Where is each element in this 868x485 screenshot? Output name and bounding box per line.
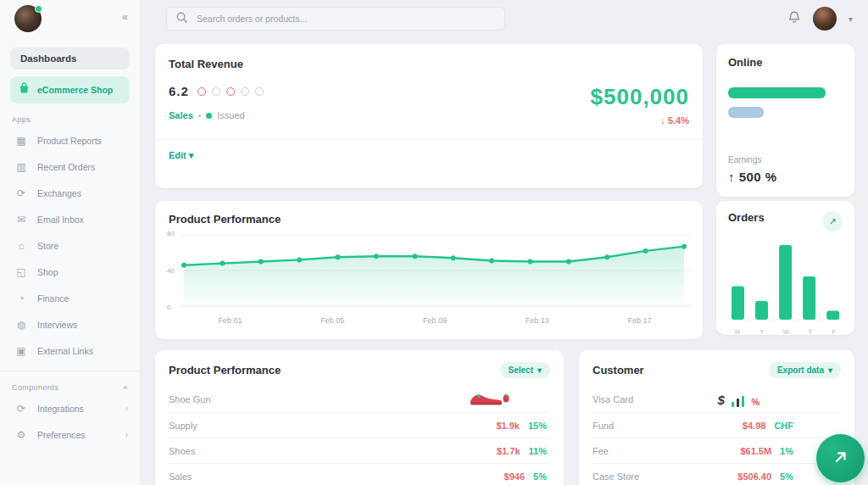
user-avatar[interactable] [813, 7, 837, 31]
search-box[interactable] [166, 7, 505, 31]
select-dropdown[interactable]: Select ▾ [500, 362, 551, 378]
sidebar-item-label: External Links [37, 346, 93, 356]
legend-separator: • [198, 111, 202, 120]
sidebar-submenu: ⟳ Integrations › ⚙ Preferences › [0, 395, 140, 448]
sidebar: « Dashboards eCommerce Shop Apps ▦ Produ… [0, 0, 141, 485]
sidebar-item-shop[interactable]: ◱ Shop [0, 259, 140, 285]
legend-issued: Issued [217, 110, 244, 120]
metric-value: $1.9k [496, 421, 520, 431]
sidebar-section-apps: Apps [12, 115, 128, 124]
green-dot-icon [206, 113, 212, 119]
bar-chart-categories: M T W T F [728, 328, 843, 335]
metric-value: $61.5M [740, 446, 771, 456]
store-icon: ⌂ [15, 240, 27, 252]
trend-chart-icon[interactable]: ↗ [822, 211, 843, 231]
edit-dropdown[interactable]: Edit ▾ [169, 150, 689, 161]
sidebar-item-store[interactable]: ⌂ Store [0, 232, 140, 259]
sidebar-item-label: Product Reports [37, 136, 102, 146]
sidebar-collapse-icon[interactable]: « [122, 10, 128, 23]
integrations-icon: ⟳ [15, 403, 27, 415]
performance-chart-card: Product Performance 80 40 0 Feb 01 Feb 0… [155, 201, 703, 339]
metric-percent: 1% [780, 446, 793, 456]
sidebar-menu: ▦ Product Reports ▥ Recent Orders ⟳ Exch… [0, 127, 140, 364]
workspace-avatar[interactable] [14, 5, 42, 32]
metric-row[interactable]: Sales $946 5% [169, 463, 550, 485]
sidebar-item-finance[interactable]: ◔ Finance [0, 285, 140, 311]
x-axis-labels: Feb 01 Feb 05 Feb 09 Feb 13 Feb 17 [179, 316, 691, 325]
card-title: Product Performance [169, 364, 281, 376]
product-name: Shoe Gun [169, 394, 211, 404]
search-input[interactable] [197, 14, 496, 24]
metric-percent: 11% [529, 446, 547, 456]
sidebar-item-exchanges[interactable]: ⟳ Exchanges [0, 180, 140, 206]
product-row[interactable]: Shoe Gun [169, 387, 550, 412]
grid-icon: ▦ [15, 135, 27, 147]
sidebar-item-external-links[interactable]: ▣ External Links [0, 337, 140, 364]
export-data-dropdown[interactable]: Export data ▾ [769, 362, 841, 378]
sidebar-item-label: Recent Orders [37, 162, 95, 172]
performance-line-chart [179, 228, 691, 313]
revenue-amount: $500,000 [591, 84, 689, 110]
metric-percent: CHF [774, 421, 793, 431]
earnings-label: Earnings [728, 155, 843, 164]
sneaker-image [469, 388, 509, 410]
finance-icon: ◔ [15, 293, 27, 304]
metric-value: $946 [504, 471, 525, 482]
sidebar-divider [0, 371, 140, 371]
sidebar-item-label: Preferences [37, 430, 86, 440]
revenue-change: ↓ 5.4% [591, 115, 689, 125]
mini-stat-value: 6.2 [169, 84, 189, 98]
sidebar-item-label: Interviews [37, 320, 77, 330]
legend-sales[interactable]: Sales [169, 110, 193, 120]
shopping-bag-icon [19, 82, 30, 98]
status-dots [198, 87, 264, 96]
search-icon [175, 11, 188, 27]
topbar-right: ▾ [787, 7, 853, 31]
earnings-value: ↑ 500 % [728, 170, 843, 184]
arrow-up-right-icon [832, 449, 849, 469]
orders-bar-chart [728, 238, 843, 326]
customer-card: Customer Export data ▾ Visa Card $ % Fun… [579, 350, 854, 485]
metric-percent: 15% [528, 421, 547, 431]
workspace-select[interactable]: Dashboards [10, 47, 130, 70]
quick-action-button[interactable] [816, 434, 865, 482]
product-performance-card: Product Performance Select ▾ Shoe Gun Su… [155, 350, 564, 485]
metric-value: $506.40 [737, 471, 771, 482]
chevron-down-icon[interactable]: ▾ [849, 14, 853, 24]
users-icon: ◍ [15, 319, 27, 331]
sidebar-logo-row: « [0, 0, 140, 39]
bell-icon[interactable] [787, 10, 801, 28]
metric-percent: 5% [533, 471, 547, 482]
sidebar-item-interviews[interactable]: ◍ Interviews [0, 311, 140, 337]
sidebar-item-preferences[interactable]: ⚙ Preferences › [0, 421, 140, 448]
customer-name: Visa Card [593, 394, 633, 404]
dot-icon [198, 87, 206, 96]
metric-row[interactable]: Case Store $506.40 5% [593, 463, 841, 485]
sidebar-item-label: Integrations [37, 404, 84, 414]
progress-bar-green [728, 87, 826, 98]
shop-icon: ◱ [15, 266, 27, 278]
progress-bar-blue [728, 107, 764, 118]
sidebar-section-components: Components « [12, 383, 128, 392]
link-icon: ▣ [15, 345, 27, 357]
metric-row[interactable]: Shoes $1.7k 11% [169, 438, 550, 463]
mini-bars-icon [732, 396, 745, 407]
chevron-down-icon: ▾ [537, 365, 542, 375]
card-title: Online [728, 56, 843, 69]
sidebar-item-email-inbox[interactable]: ✉ Email Inbox [0, 206, 140, 232]
sidebar-item-integrations[interactable]: ⟳ Integrations › [0, 395, 140, 421]
sidebar-item-label: Finance [37, 293, 69, 304]
metric-row[interactable]: Supply $1.9k 15% [169, 412, 550, 438]
card-divider [155, 139, 703, 140]
sidebar-item-ecommerce-shop[interactable]: eCommerce Shop [10, 76, 130, 103]
orders-card: Orders ↗ M T W T F [716, 201, 854, 335]
metric-row[interactable]: Fee $61.5M 1% [593, 438, 841, 463]
sidebar-item-label: Email Inbox [37, 215, 84, 225]
metric-row[interactable]: Fund $4.98 CHF [593, 412, 841, 438]
customer-summary-row[interactable]: Visa Card $ % [593, 387, 841, 412]
chevron-left-icon[interactable]: « [124, 383, 128, 392]
sidebar-item-product-reports[interactable]: ▦ Product Reports [0, 127, 140, 153]
sidebar-item-recent-orders[interactable]: ▥ Recent Orders [0, 153, 140, 180]
mail-icon: ✉ [15, 214, 27, 226]
total-revenue-card: Total Revenue 6.2 Sales • Issued $ [155, 44, 703, 188]
